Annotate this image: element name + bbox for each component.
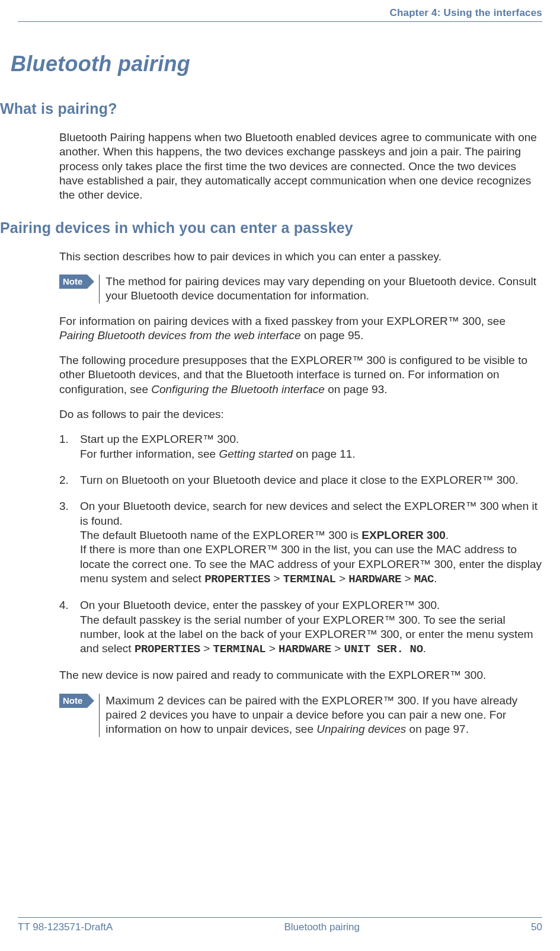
menu-sep: >	[200, 642, 213, 655]
menu-path-properties: PROPERTIES	[204, 573, 270, 586]
page-title: Bluetooth pairing	[11, 52, 542, 76]
note-text: Maximum 2 devices can be paired with the…	[99, 694, 542, 737]
default-name: EXPLORER 300	[361, 529, 446, 541]
menu-sep: >	[331, 642, 344, 655]
step-2: Turn on Bluetooth on your Bluetooth devi…	[59, 473, 542, 487]
menu-path-properties: PROPERTIES	[135, 643, 200, 656]
section-heading-pairing-passkey: Pairing devices in which you can enter a…	[0, 219, 542, 237]
page-footer: TT 98-123571-DraftA Bluetooth pairing 50	[18, 917, 542, 933]
reference-link: Pairing Bluetooth devices from the web i…	[59, 329, 301, 342]
note-badge: Note	[59, 275, 87, 289]
text: .	[423, 642, 426, 655]
text: on page 93.	[325, 383, 388, 395]
footer-doc-id: TT 98-123571-DraftA	[18, 921, 113, 933]
reference-link: Configuring the Bluetooth interface	[151, 383, 325, 395]
menu-path-mac: MAC	[414, 573, 434, 586]
note-text: The method for pairing devices may vary …	[99, 275, 542, 304]
paragraph: The new device is now paired and ready t…	[59, 668, 542, 682]
steps-list: Start up the EXPLORER™ 300. For further …	[59, 432, 542, 656]
paragraph: Do as follows to pair the devices:	[59, 407, 542, 422]
text: Start up the EXPLORER™ 300.	[80, 433, 239, 445]
menu-path-terminal: TERMINAL	[213, 643, 266, 656]
page: Chapter 4: Using the interfaces Bluetoot…	[0, 0, 560, 951]
text: .	[434, 572, 437, 585]
text: For information on pairing devices with …	[59, 315, 505, 327]
menu-path-unit-ser-no: UNIT SER. NO	[344, 643, 423, 656]
reference-link: Unpairing devices	[316, 723, 406, 735]
step-4: On your Bluetooth device, enter the pass…	[59, 598, 542, 656]
paragraph: The following procedure presupposes that…	[59, 353, 542, 397]
menu-path-hardware: HARDWARE	[279, 643, 331, 656]
text: on page 11.	[293, 448, 356, 460]
text: on page 97.	[406, 723, 469, 735]
header-rule	[18, 21, 542, 22]
text: On your Bluetooth device, search for new…	[80, 500, 537, 526]
footer-row: TT 98-123571-DraftA Bluetooth pairing 50	[18, 921, 542, 933]
text: .	[446, 529, 449, 541]
paragraph: Bluetooth Pairing happens when two Bluet…	[59, 130, 542, 203]
paragraph: For information on pairing devices with …	[59, 314, 542, 343]
note-badge: Note	[59, 694, 87, 708]
footer-page-number: 50	[531, 921, 542, 933]
reference-link: Getting started	[219, 448, 293, 460]
section-heading-what-is-pairing: What is pairing?	[0, 100, 542, 117]
text: On your Bluetooth device, enter the pass…	[80, 599, 440, 611]
menu-path-hardware: HARDWARE	[348, 573, 401, 586]
section-body: This section describes how to pair devic…	[59, 250, 542, 737]
text: For further information, see	[80, 448, 219, 460]
text: on page 95.	[301, 329, 364, 342]
menu-sep: >	[270, 572, 283, 585]
menu-sep: >	[336, 572, 349, 585]
chapter-header: Chapter 4: Using the interfaces	[18, 7, 542, 21]
menu-sep: >	[401, 572, 414, 585]
step-3: On your Bluetooth device, search for new…	[59, 499, 542, 586]
footer-rule	[18, 917, 542, 918]
text: The default Bluetooth name of the EXPLOR…	[80, 529, 361, 541]
section-body: Bluetooth Pairing happens when two Bluet…	[59, 130, 542, 203]
text: Turn on Bluetooth on your Bluetooth devi…	[80, 474, 519, 486]
menu-sep: >	[265, 642, 279, 655]
note-block: Note The method for pairing devices may …	[59, 275, 542, 304]
note-block: Note Maximum 2 devices can be paired wit…	[59, 694, 542, 737]
menu-path-terminal: TERMINAL	[283, 573, 336, 586]
footer-section-name: Bluetooth pairing	[284, 921, 360, 933]
paragraph: This section describes how to pair devic…	[59, 250, 542, 264]
step-1: Start up the EXPLORER™ 300. For further …	[59, 432, 542, 461]
